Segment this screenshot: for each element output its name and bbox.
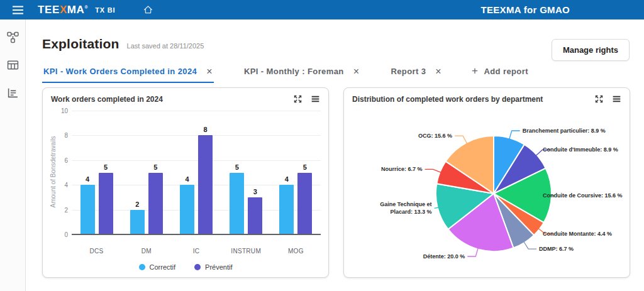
pie-leader-line	[425, 169, 441, 172]
chart-legend: CorrectifPréventif	[43, 263, 328, 271]
bar-préventif[interactable]	[297, 173, 312, 235]
share-nodes-icon[interactable]	[7, 31, 19, 43]
bar-correctif[interactable]	[180, 185, 194, 234]
bar-column: 2	[130, 200, 145, 234]
pie-label: Gaine Technique et Placard: 13.3 %	[369, 200, 432, 216]
bar-préventif[interactable]	[148, 173, 163, 235]
chart-title: Distribution of completed work orders by…	[352, 95, 594, 104]
teexma-logo: TEEXMA®	[38, 4, 88, 16]
bar-value-label: 4	[185, 175, 189, 183]
table-icon[interactable]	[7, 59, 19, 71]
y-tick-label: 6	[52, 157, 68, 164]
tab-report-3[interactable]: Report 3 ×	[389, 67, 443, 83]
bar-value-label: 5	[235, 163, 239, 171]
bar-value-label: 4	[86, 175, 89, 183]
bar-correctif[interactable]	[230, 173, 244, 235]
report-tabs: KPI - Work Orders Completed in 2024 × KP…	[42, 65, 644, 83]
legend-item[interactable]: Correctif	[139, 263, 176, 271]
bar-préventif[interactable]	[198, 135, 213, 234]
x-tick-label: MOG	[271, 248, 321, 255]
expand-icon[interactable]	[293, 94, 303, 104]
bar-value-label: 5	[104, 163, 108, 171]
pie-label: DDMP: 6.7 %	[539, 245, 574, 253]
bar-column: 5	[230, 163, 244, 235]
bar-value-label: 4	[285, 175, 289, 183]
tab-kpi-monthly-foreman[interactable]: KPI - Monthly : Foreman ×	[243, 67, 360, 83]
bar-préventif[interactable]	[99, 173, 113, 235]
tab-kpi-work-orders-2024[interactable]: KPI - Work Orders Completed in 2024 ×	[42, 67, 214, 83]
home-icon[interactable]	[143, 4, 153, 15]
legend-label: Correctif	[150, 263, 176, 271]
plus-icon: +	[472, 65, 478, 77]
y-tick-label: 0	[52, 231, 68, 238]
bar-column: 8	[198, 126, 213, 234]
pie-label: OCG: 15.6 %	[418, 132, 452, 140]
bar-chart-icon[interactable]	[7, 87, 19, 99]
bar-value-label: 8	[203, 126, 207, 133]
pie-leader-line	[455, 136, 467, 143]
legend-item[interactable]: Préventif	[194, 263, 232, 271]
bar-column: 3	[248, 188, 262, 234]
bar-chart-card: Work orders completed in 2024	[42, 87, 329, 278]
menu-icon[interactable]	[13, 6, 23, 14]
bar-group: 53	[221, 111, 271, 234]
pie-chart: Branchement particulier: 8.9 %Conduite d…	[344, 106, 630, 277]
pie-label: Branchement particulier: 8.9 %	[523, 127, 606, 135]
y-tick-label: 2	[52, 207, 68, 214]
y-tick-label: 8	[52, 132, 68, 139]
dashboard-cards: Work orders completed in 2024	[42, 87, 644, 278]
last-saved-text: Last saved at 28/11/2025	[127, 42, 204, 50]
module-label: TX BI	[95, 6, 115, 14]
main-content: Exploitation Last saved at 28/11/2025 Ma…	[26, 19, 644, 291]
pie-label: Détente: 20.0 %	[423, 253, 465, 260]
expand-icon[interactable]	[594, 94, 604, 104]
bar-column: 5	[148, 163, 163, 235]
pie-label: Conduite d'Immeuble: 8.9 %	[543, 146, 618, 153]
legend-label: Préventif	[205, 263, 232, 271]
bar-group: 45	[271, 111, 321, 234]
pie-leader-line	[524, 242, 536, 250]
close-icon[interactable]: ×	[353, 68, 360, 75]
x-tick-label: INSTRUM	[221, 248, 271, 255]
bar-column: 4	[279, 175, 294, 234]
bar-group: 25	[121, 111, 171, 234]
bar-value-label: 5	[303, 163, 307, 171]
close-icon[interactable]: ×	[435, 68, 441, 75]
close-icon[interactable]: ×	[206, 68, 213, 75]
bar-chart: Amount of Bonsdetravails 024681045254853…	[43, 107, 328, 277]
left-sidebar	[0, 19, 26, 291]
x-tick-label: DM	[121, 248, 171, 255]
bar-column: 4	[80, 175, 95, 234]
bar-correctif[interactable]	[80, 185, 95, 234]
chart-menu-icon[interactable]	[612, 94, 621, 104]
pie-label: Conduite Montante: 4.4 %	[543, 230, 612, 238]
bar-column: 5	[297, 163, 312, 235]
x-axis-categories: DCSDMICINSTRUMMOG	[72, 248, 321, 256]
bar-value-label: 5	[153, 163, 157, 171]
page-title: Exploitation	[42, 36, 119, 52]
bar-plot: 02468104525485345	[72, 111, 321, 234]
bar-group: 45	[72, 111, 121, 234]
y-tick-label: 4	[52, 182, 68, 189]
app-title: TEEXMA for GMAO	[481, 4, 570, 15]
pie-label: Nourrice: 6.7 %	[381, 165, 423, 173]
add-report-button[interactable]: + Add report	[472, 65, 528, 83]
bar-correctif[interactable]	[130, 210, 145, 234]
top-bar: TEEXMA® TX BI TEEXMA for GMAO	[0, 0, 644, 19]
bar-group: 48	[171, 111, 221, 234]
legend-dot	[139, 264, 145, 270]
bar-correctif[interactable]	[279, 185, 294, 234]
chart-title: Work orders completed in 2024	[51, 95, 293, 104]
bar-value-label: 3	[253, 188, 257, 195]
x-tick-label: IC	[171, 248, 221, 255]
bar-préventif[interactable]	[248, 197, 262, 234]
x-tick-label: DCS	[72, 248, 121, 255]
pie-chart-card: Distribution of completed work orders by…	[343, 87, 630, 278]
bar-column: 5	[99, 163, 113, 235]
pie-label: Conduite de Coursive: 15.6 %	[543, 192, 623, 199]
y-tick-label: 10	[52, 107, 68, 114]
chart-menu-icon[interactable]	[311, 94, 320, 104]
legend-dot	[194, 264, 201, 270]
bar-column: 4	[180, 175, 194, 234]
manage-rights-button[interactable]: Manage rights	[552, 39, 630, 61]
